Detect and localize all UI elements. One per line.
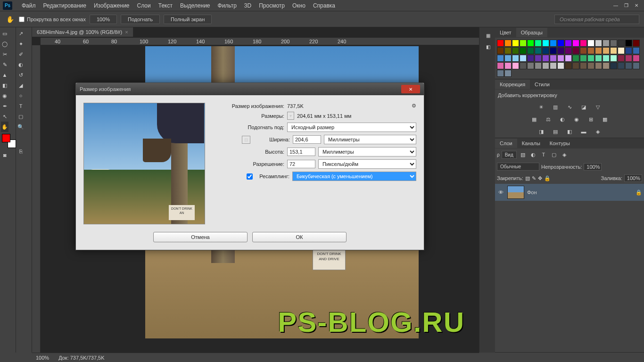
lock-transparent-icon[interactable]: ▧ xyxy=(525,175,530,181)
menu-3d[interactable]: 3D xyxy=(240,0,255,11)
resample-select[interactable]: Бикубическая (с уменьшением) xyxy=(292,172,416,181)
heal-tool[interactable]: ◐ xyxy=(17,59,25,70)
swatch[interactable] xyxy=(618,55,625,62)
swatch[interactable] xyxy=(587,47,594,54)
swatch[interactable] xyxy=(595,62,602,69)
bw-icon[interactable]: ◐ xyxy=(558,115,567,123)
swatch[interactable] xyxy=(572,40,579,47)
swatch[interactable] xyxy=(633,47,640,54)
swatch[interactable] xyxy=(504,70,512,77)
menu-window[interactable]: Окно xyxy=(289,0,309,11)
menu-help[interactable]: Справка xyxy=(309,0,339,11)
swatch[interactable] xyxy=(535,62,542,69)
eyedropper-tool[interactable]: ✐ xyxy=(17,49,25,59)
eraser-tool[interactable]: ◧ xyxy=(1,80,8,90)
levels-icon[interactable]: ▥ xyxy=(551,103,560,111)
swatch[interactable] xyxy=(550,47,557,54)
vibrance-icon[interactable]: ▽ xyxy=(594,103,602,111)
mixer-icon[interactable]: ⊞ xyxy=(586,115,595,123)
swatch[interactable] xyxy=(625,62,632,69)
swatch[interactable] xyxy=(512,40,519,47)
threshold-icon[interactable]: ◧ xyxy=(565,127,574,136)
invert-icon[interactable]: ◨ xyxy=(537,127,545,136)
swatch[interactable] xyxy=(512,47,519,54)
close-icon[interactable]: × xyxy=(125,29,128,35)
swatch[interactable] xyxy=(542,62,549,69)
layer-kind-select[interactable]: Вид xyxy=(502,151,517,159)
blend-mode-select[interactable]: Обычные xyxy=(497,163,539,171)
swatch[interactable] xyxy=(527,47,534,54)
swatches-grid[interactable] xyxy=(495,38,644,79)
zoom-tool[interactable]: 🔍 xyxy=(17,122,25,132)
hand-tool[interactable]: ✋ xyxy=(1,122,8,132)
dim-toggle[interactable]: ▾ xyxy=(287,112,294,120)
tab-channels[interactable]: Каналы xyxy=(517,139,545,148)
opacity-field[interactable]: 100% xyxy=(584,163,602,171)
dodge-tool[interactable]: ○ xyxy=(17,90,25,101)
menu-file[interactable]: Файл xyxy=(18,0,40,11)
swatch[interactable] xyxy=(618,62,625,69)
menu-layer[interactable]: Слои xyxy=(133,0,155,11)
filter-shape-icon[interactable]: ▢ xyxy=(550,150,558,159)
photo-filter-icon[interactable]: ◉ xyxy=(572,115,581,123)
styles-dock-icon[interactable]: ◧ xyxy=(481,41,495,52)
swatch[interactable] xyxy=(565,62,572,69)
menu-view[interactable]: Просмотр xyxy=(255,0,289,11)
swatch[interactable] xyxy=(587,62,594,69)
swatch[interactable] xyxy=(572,62,579,69)
gradient-tool[interactable]: ◢ xyxy=(17,80,25,90)
width-input[interactable] xyxy=(293,135,321,144)
swatch[interactable] xyxy=(512,62,519,69)
tab-layers[interactable]: Слои xyxy=(495,139,517,148)
resample-checkbox[interactable] xyxy=(247,173,253,180)
swatch[interactable] xyxy=(497,55,504,62)
screenmode-tool[interactable]: ⎘ xyxy=(17,146,25,156)
swatch[interactable] xyxy=(618,40,625,47)
menu-select[interactable]: Выделение xyxy=(176,0,214,11)
lock-move-icon[interactable]: ✥ xyxy=(538,175,542,181)
swatch[interactable] xyxy=(497,40,504,47)
swatch[interactable] xyxy=(557,55,564,62)
width-unit-select[interactable]: Миллиметры xyxy=(324,135,416,144)
zoom-100-button[interactable]: 100% xyxy=(90,15,117,24)
swatch[interactable] xyxy=(625,40,632,47)
blur-tool[interactable]: ◉ xyxy=(1,90,8,101)
swatch[interactable] xyxy=(497,47,504,54)
swatch[interactable] xyxy=(535,55,542,62)
swatch[interactable] xyxy=(527,62,534,69)
swatch[interactable] xyxy=(625,55,632,62)
brightness-icon[interactable]: ☀ xyxy=(537,103,545,111)
stamp-tool[interactable]: ▲ xyxy=(1,70,8,80)
swatch[interactable] xyxy=(557,40,564,47)
resolution-input[interactable] xyxy=(287,160,315,168)
swatch[interactable] xyxy=(595,40,602,47)
fit-select[interactable]: Исходный размер xyxy=(287,123,416,132)
lookup-icon[interactable]: ▩ xyxy=(601,115,609,123)
selective-icon[interactable]: ◈ xyxy=(594,127,602,136)
tab-styles[interactable]: Стили xyxy=(530,80,554,89)
hue-icon[interactable]: ▦ xyxy=(530,115,538,123)
move-tool[interactable]: ↗ xyxy=(17,28,25,39)
swatch[interactable] xyxy=(625,47,632,54)
gear-icon[interactable]: ⚙ xyxy=(412,103,416,109)
menu-image[interactable]: Изображение xyxy=(90,0,133,11)
swatch[interactable] xyxy=(550,55,557,62)
swatch[interactable] xyxy=(603,40,610,47)
swatch[interactable] xyxy=(535,40,542,47)
swatch[interactable] xyxy=(595,47,602,54)
swatch[interactable] xyxy=(542,55,549,62)
swatch[interactable] xyxy=(618,47,625,54)
resolution-unit-select[interactable]: Пикселы/дюйм xyxy=(318,159,416,169)
swatch[interactable] xyxy=(587,55,594,62)
swatch[interactable] xyxy=(610,47,617,54)
height-input[interactable] xyxy=(287,148,315,156)
swatch[interactable] xyxy=(603,55,610,62)
wand-tool[interactable]: ✦ xyxy=(17,39,25,49)
swatch[interactable] xyxy=(572,55,579,62)
swatch[interactable] xyxy=(580,62,587,69)
swatch[interactable] xyxy=(527,40,534,47)
swatch[interactable] xyxy=(520,55,527,62)
swatch[interactable] xyxy=(610,40,617,47)
height-unit-select[interactable]: Миллиметры xyxy=(318,147,416,156)
filter-smart-icon[interactable]: ◈ xyxy=(560,150,569,159)
